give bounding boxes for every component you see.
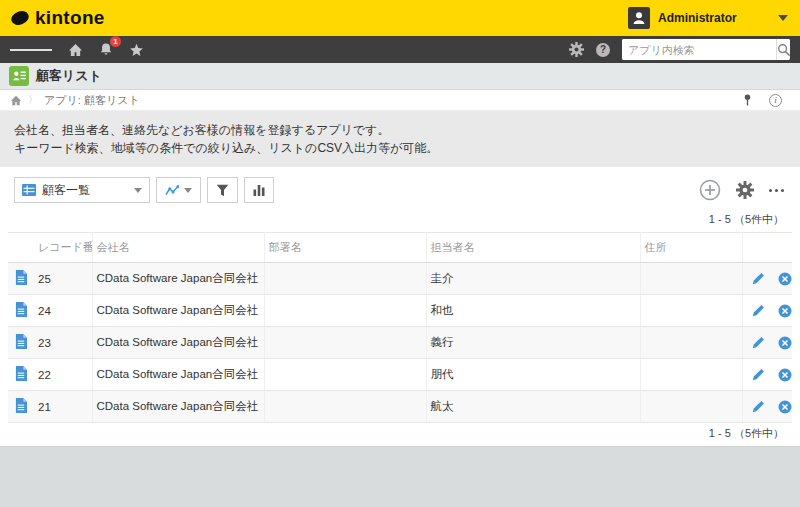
kintone-logo[interactable]: kintone <box>10 7 105 29</box>
gear-icon <box>736 181 754 199</box>
record-icon-cell <box>8 263 34 295</box>
table-row[interactable]: 21 CData Software Japan合同会社 航太 <box>8 391 792 423</box>
app-search-box <box>622 39 790 60</box>
company-name: CData Software Japan合同会社 <box>97 368 259 380</box>
address-cell <box>640 391 742 423</box>
column-header-address[interactable]: 住所 <box>640 233 742 263</box>
user-menu[interactable]: Administrator <box>624 0 792 36</box>
search-input[interactable] <box>622 39 776 60</box>
column-header-person[interactable]: 担当者名 <box>426 233 640 263</box>
record-document-icon[interactable] <box>15 398 27 413</box>
actions-cell <box>742 359 792 391</box>
record-number[interactable]: 23 <box>38 337 51 349</box>
delete-record-button[interactable] <box>778 304 792 318</box>
delete-record-button[interactable] <box>778 400 792 414</box>
edit-record-button[interactable] <box>752 368 765 381</box>
info-icon[interactable]: i <box>769 94 782 107</box>
record-icon-cell <box>8 327 34 359</box>
pin-icon[interactable] <box>742 94 753 106</box>
department-cell <box>264 391 426 423</box>
kintone-logo-mark <box>10 9 30 27</box>
edit-record-button[interactable] <box>752 400 765 413</box>
global-navbar: 1 ? <box>0 36 800 63</box>
search-icon <box>777 43 790 57</box>
top-header: kintone Administrator <box>0 0 800 36</box>
breadcrumb-app-link[interactable]: アプリ: 顧客リスト <box>44 93 140 108</box>
person-cell: 航太 <box>426 391 640 423</box>
person-cell: 圭介 <box>426 263 640 295</box>
graph-button[interactable] <box>156 177 201 203</box>
edit-record-button[interactable] <box>752 304 765 317</box>
pagination-top: 1 - 5 （5件中） <box>0 209 800 232</box>
notifications-bell-icon[interactable]: 1 <box>99 42 113 57</box>
record-number[interactable]: 24 <box>38 305 51 317</box>
delete-record-button[interactable] <box>778 336 792 350</box>
page-footer <box>0 446 800 507</box>
actions-cell <box>742 327 792 359</box>
filter-button[interactable] <box>207 177 238 203</box>
add-record-button[interactable] <box>699 179 721 201</box>
app-settings-button[interactable] <box>736 181 754 199</box>
x-circle-icon <box>778 336 792 350</box>
record-document-icon[interactable] <box>15 302 27 317</box>
department-cell <box>264 295 426 327</box>
column-header-icon <box>8 233 34 263</box>
settings-gear-icon[interactable] <box>569 42 584 57</box>
pencil-icon <box>752 336 765 349</box>
record-number-cell: 21 <box>34 391 92 423</box>
edit-record-button[interactable] <box>752 272 765 285</box>
record-number-cell: 24 <box>34 295 92 327</box>
x-circle-icon <box>778 304 792 318</box>
person-cell: 義行 <box>426 327 640 359</box>
app-icon <box>9 66 29 86</box>
view-selector[interactable]: 顧客一覧 <box>14 177 150 203</box>
chart-button[interactable] <box>244 177 274 203</box>
more-options-button[interactable] <box>769 189 784 192</box>
breadcrumb-actions: i <box>742 94 790 107</box>
person-cell: 和也 <box>426 295 640 327</box>
breadcrumb-home-icon[interactable] <box>10 95 22 106</box>
pencil-icon <box>752 272 765 285</box>
record-number[interactable]: 21 <box>38 401 51 413</box>
column-header-company[interactable]: 会社名 <box>92 233 264 263</box>
avatar <box>628 7 650 29</box>
delete-record-button[interactable] <box>778 368 792 382</box>
record-document-icon[interactable] <box>15 270 27 285</box>
help-icon[interactable]: ? <box>596 43 610 57</box>
actions-cell <box>742 391 792 423</box>
user-icon <box>631 10 647 26</box>
address-cell <box>640 263 742 295</box>
chevron-down-icon <box>134 188 142 193</box>
actions-cell <box>742 295 792 327</box>
record-number[interactable]: 25 <box>38 273 51 285</box>
x-circle-icon <box>778 400 792 414</box>
table-row[interactable]: 23 CData Software Japan合同会社 義行 <box>8 327 792 359</box>
breadcrumb-separator: 〉 <box>28 93 38 107</box>
pencil-icon <box>752 304 765 317</box>
home-icon[interactable] <box>68 43 83 57</box>
user-name: Administrator <box>658 11 737 25</box>
person-name: 圭介 <box>431 272 454 284</box>
table-row[interactable]: 22 CData Software Japan合同会社 朋代 <box>8 359 792 391</box>
chevron-down-icon <box>778 15 788 21</box>
edit-record-button[interactable] <box>752 336 765 349</box>
app-description-line2: キーワード検索、地域等の条件での絞り込み、リストのCSV入出力等が可能。 <box>14 139 786 157</box>
column-header-department[interactable]: 部署名 <box>264 233 426 263</box>
record-document-icon[interactable] <box>15 366 27 381</box>
department-cell <box>264 327 426 359</box>
filter-funnel-icon <box>216 184 229 197</box>
favorites-star-icon[interactable] <box>129 43 144 57</box>
company-name: CData Software Japan合同会社 <box>97 400 259 412</box>
company-name: CData Software Japan合同会社 <box>97 272 259 284</box>
table-row[interactable]: 25 CData Software Japan合同会社 圭介 <box>8 263 792 295</box>
menu-icon[interactable] <box>10 47 52 53</box>
record-number[interactable]: 22 <box>38 369 51 381</box>
address-cell <box>640 359 742 391</box>
pencil-icon <box>752 368 765 381</box>
record-document-icon[interactable] <box>15 334 27 349</box>
delete-record-button[interactable] <box>778 272 792 286</box>
column-header-record-number[interactable]: レコード番号 <box>34 233 92 263</box>
search-button[interactable] <box>776 39 790 60</box>
address-cell <box>640 327 742 359</box>
table-row[interactable]: 24 CData Software Japan合同会社 和也 <box>8 295 792 327</box>
